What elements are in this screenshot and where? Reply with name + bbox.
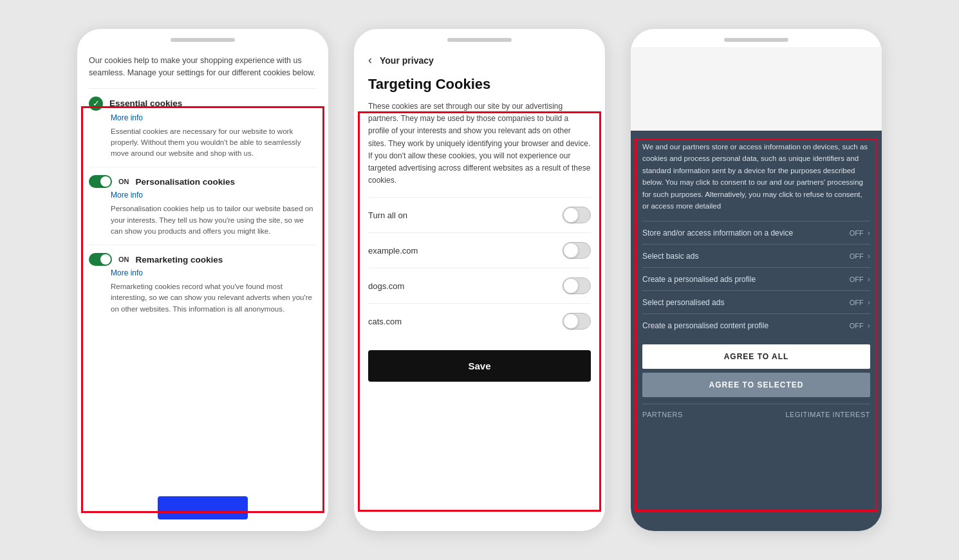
phone3-desc: We and our partners store or access info… bbox=[642, 141, 870, 212]
consent-personalised-ads-chevron-icon[interactable]: › bbox=[868, 297, 870, 307]
phone-notch-2 bbox=[447, 38, 512, 42]
phone2-nav-title: Your privacy bbox=[380, 55, 434, 66]
essential-cookies-title: Essential cookies bbox=[109, 98, 182, 108]
phone-notch-3 bbox=[724, 38, 788, 42]
consent-personalised-profile-label: Create a personalised ads profile bbox=[642, 275, 850, 284]
essential-more-info[interactable]: More info bbox=[111, 113, 317, 122]
consent-content-profile-chevron-icon[interactable]: › bbox=[868, 321, 870, 330]
consent-content-profile-value: OFF bbox=[850, 322, 864, 330]
consent-personalised-ads-value: OFF bbox=[850, 299, 864, 306]
phone1-intro-text: Our cookies help to make your shopping e… bbox=[89, 55, 317, 79]
phone-1: Our cookies help to make your shopping e… bbox=[77, 29, 328, 531]
essential-cookies-header: Essential cookies bbox=[89, 97, 317, 111]
toggle-row-example: example.com bbox=[368, 232, 591, 268]
consent-personalised-profile-value: OFF bbox=[850, 275, 864, 283]
remarketing-on-label: ON bbox=[118, 256, 129, 263]
remarketing-toggle[interactable] bbox=[89, 253, 112, 266]
toggle-row-all: Turn all on bbox=[368, 197, 591, 232]
agree-all-button[interactable]: AGREE TO ALL bbox=[642, 344, 870, 369]
remarketing-more-info[interactable]: More info bbox=[111, 268, 317, 277]
remarketing-cookies-section: ON Remarketing cookies More info Remarke… bbox=[89, 245, 317, 322]
toggle-cats-label: cats.com bbox=[368, 317, 402, 326]
essential-cookies-section: Essential cookies More info Essential co… bbox=[89, 88, 317, 167]
phone2-section-title: Targeting Cookies bbox=[368, 76, 591, 93]
remarketing-cookies-desc: Remarketing cookies record what you've f… bbox=[111, 281, 317, 315]
consent-row-personalised-ads: Select personalised ads OFF › bbox=[642, 290, 870, 313]
consent-personalised-profile-chevron-icon[interactable]: › bbox=[868, 274, 870, 284]
phone1-content: Our cookies help to make your shopping e… bbox=[77, 47, 328, 330]
toggle-example-label: example.com bbox=[368, 246, 418, 256]
toggle-row-cats: cats.com bbox=[368, 303, 591, 339]
consent-personalised-ads-label: Select personalised ads bbox=[642, 298, 850, 307]
phone-2: ‹ Your privacy Targeting Cookies These c… bbox=[354, 29, 605, 531]
consent-basic-ads-chevron-icon[interactable]: › bbox=[868, 251, 870, 261]
consent-row-basic-ads: Select basic ads OFF › bbox=[642, 244, 870, 267]
toggle-dogs-label: dogs.com bbox=[368, 281, 404, 291]
consent-row-personalised-profile: Create a personalised ads profile OFF › bbox=[642, 267, 870, 290]
personalisation-cookies-section: ON Personalisation cookies More info Per… bbox=[89, 167, 317, 245]
consent-basic-ads-label: Select basic ads bbox=[642, 252, 850, 261]
phone2-nav: ‹ Your privacy bbox=[368, 53, 591, 67]
phone-screen-3: We and our partners store or access info… bbox=[631, 47, 882, 531]
consent-store-label: Store and/or access information on a dev… bbox=[642, 229, 850, 238]
essential-cookies-desc: Essential cookies are necessary for our … bbox=[111, 126, 317, 160]
remarketing-cookies-title: Remarketing cookies bbox=[136, 255, 223, 265]
checkmark-icon bbox=[89, 97, 103, 111]
toggle-dogs-switch[interactable] bbox=[563, 277, 591, 294]
partners-link[interactable]: PARTNERS bbox=[642, 411, 683, 418]
phone-screen-1: Our cookies help to make your shopping e… bbox=[77, 47, 328, 531]
phone3-content: We and our partners store or access info… bbox=[631, 131, 882, 531]
phone-screen-2: ‹ Your privacy Targeting Cookies These c… bbox=[354, 47, 605, 531]
phone3-footer: PARTNERS LEGITIMATE INTEREST bbox=[642, 404, 870, 418]
toggle-row-dogs: dogs.com bbox=[368, 268, 591, 303]
toggle-all-switch[interactable] bbox=[563, 207, 591, 223]
toggle-all-label: Turn all on bbox=[368, 210, 407, 220]
phone-notch-1 bbox=[171, 38, 235, 42]
consent-row-content-profile: Create a personalised content profile OF… bbox=[642, 313, 870, 337]
consent-store-value: OFF bbox=[850, 229, 864, 237]
phone2-content: ‹ Your privacy Targeting Cookies These c… bbox=[354, 47, 605, 388]
remarketing-cookies-header: ON Remarketing cookies bbox=[89, 253, 317, 266]
personalisation-on-label: ON bbox=[118, 178, 129, 185]
personalisation-more-info[interactable]: More info bbox=[111, 191, 317, 200]
legitimate-interest-link[interactable]: LEGITIMATE INTEREST bbox=[785, 411, 870, 418]
consent-basic-ads-value: OFF bbox=[850, 252, 864, 260]
save-button[interactable]: Save bbox=[368, 350, 591, 382]
back-arrow-icon[interactable]: ‹ bbox=[368, 53, 372, 67]
consent-content-profile-label: Create a personalised content profile bbox=[642, 321, 850, 330]
personalisation-toggle[interactable] bbox=[89, 175, 112, 188]
personalisation-cookies-desc: Personalisation cookies help us to tailo… bbox=[111, 203, 317, 237]
consent-store-chevron-icon[interactable]: › bbox=[868, 228, 870, 238]
toggle-example-switch[interactable] bbox=[563, 242, 591, 259]
consent-row-store: Store and/or access information on a dev… bbox=[642, 221, 870, 244]
personalisation-cookies-title: Personalisation cookies bbox=[136, 177, 236, 187]
phone-3: We and our partners store or access info… bbox=[631, 29, 882, 531]
agree-selected-button[interactable]: AGREE TO SELECTED bbox=[642, 373, 870, 397]
phone1-bottom-bar[interactable] bbox=[158, 496, 248, 519]
phone2-desc: These cookies are set through our site b… bbox=[368, 100, 591, 187]
personalisation-cookies-header: ON Personalisation cookies bbox=[89, 175, 317, 188]
toggle-cats-switch[interactable] bbox=[563, 313, 591, 330]
